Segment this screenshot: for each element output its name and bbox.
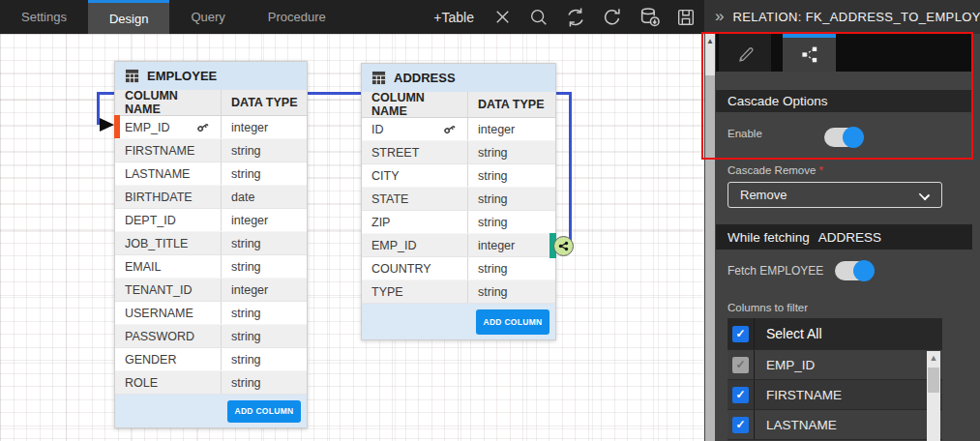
table-title-bar[interactable]: EMPLOYEE [115,62,307,90]
select-all-checkbox[interactable]: ✓ [732,326,749,342]
column-name-cell: EMAIL [115,260,221,274]
tab-edit[interactable] [719,34,771,72]
column-checkbox[interactable]: ✓ [732,357,749,373]
cascade-remove-label: Cascade Remove* [728,164,823,176]
table-row[interactable]: GENDERstring [115,348,307,371]
column-name-cell: BIRTHDATE [115,191,221,204]
data-type-cell: string [221,162,307,185]
table-row[interactable]: BIRTHDATEdate [115,186,307,209]
data-type-cell: string [467,257,555,279]
cascade-remove-select[interactable]: Remove [728,182,942,208]
table-row[interactable]: STATEstring [362,188,555,211]
database-export-icon[interactable] [638,0,661,34]
table-row[interactable]: CITYstring [362,164,555,188]
data-type-cell: string [221,302,307,324]
enable-toggle[interactable] [824,128,863,147]
table-title-bar[interactable]: ADDRESS [362,64,555,92]
column-checkbox[interactable]: ✓ [732,417,749,433]
column-label: FIRSTNAME [766,388,842,402]
table-footer: ADD COLUMN [115,395,307,427]
filter-column-row[interactable]: ✓EMP_ID [728,350,942,380]
add-table-button[interactable]: +Table [424,0,484,34]
table-row[interactable]: USERNAMEstring [115,302,307,325]
sync-icon[interactable] [564,0,587,34]
table-row[interactable]: EMP_IDinteger [362,234,555,257]
table-name: EMPLOYEE [147,69,217,83]
table-column-headers: COLUMN NAME DATA TYPE [115,90,307,116]
data-type-cell: string [221,232,307,254]
data-type-cell: string [467,211,555,233]
columns-filter-list: ✓ Select All ✓EMP_ID✓FIRSTNAME✓LASTNAME [728,318,942,441]
table-row[interactable]: TYPEstring [362,280,555,304]
add-column-button[interactable]: ADD COLUMN [227,400,301,423]
panel-scrollbar[interactable]: ▲ [705,34,715,441]
tab-query[interactable]: Query [169,0,246,34]
columns-filter-items: ✓EMP_ID✓FIRSTNAME✓LASTNAME [728,350,942,440]
data-type-cell: string [221,348,307,370]
table-row[interactable]: FIRSTNAMEstring [115,139,307,162]
data-type-cell: integer [467,118,555,140]
column-name-cell: COUNTRY [362,262,467,276]
table-employee[interactable]: EMPLOYEE COLUMN NAME DATA TYPE EMP_IDint… [114,61,308,428]
relation-connector-icon[interactable] [553,236,574,256]
fetching-table-name: ADDRESS [818,230,881,245]
while-fetching-header: While fetching ADDRESS [716,224,972,250]
toggle-knob [853,260,875,281]
table-row[interactable]: JOB_TITLEstring [115,232,307,255]
close-icon[interactable] [490,0,514,34]
data-type-cell: integer [221,116,307,138]
select-all-row[interactable]: ✓ Select All [728,318,942,350]
data-type-cell: string [221,325,307,347]
table-row[interactable]: DEPT_IDinteger [115,209,307,232]
table-row[interactable]: STREETstring [362,141,555,164]
table-column-headers: COLUMN NAME DATA TYPE [362,92,555,118]
add-column-button[interactable]: ADD COLUMN [476,309,549,335]
search-icon[interactable] [527,0,550,34]
column-name-cell: TYPE [362,285,467,299]
data-type-cell: string [467,141,555,163]
column-name-cell: ZIP [362,216,467,229]
tab-relation[interactable] [783,34,836,72]
column-checkbox[interactable]: ✓ [732,387,749,403]
save-icon[interactable] [674,0,698,34]
filter-column-row[interactable]: ✓LASTNAME [728,410,942,440]
table-row[interactable]: ROLEstring [115,371,307,395]
table-row[interactable]: IDinteger [362,118,555,141]
table-row[interactable]: LASTNAMEstring [115,162,307,186]
table-row[interactable]: EMAILstring [115,255,307,279]
fetch-employee-toggle[interactable] [835,261,874,280]
table-rows: IDintegerSTREETstringCITYstringSTATEstri… [362,118,555,304]
data-type-cell: integer [221,209,307,231]
design-canvas[interactable]: EMPLOYEE COLUMN NAME DATA TYPE EMP_IDint… [0,34,704,441]
checkbox-cell: ✓ [728,318,755,349]
scroll-up-icon[interactable]: ▲ [705,37,715,45]
tab-settings[interactable]: Settings [0,0,88,34]
fetch-employee-label: Fetch EMPLOYEE [728,264,823,278]
list-scrollbar[interactable]: ▲ [927,351,940,441]
filter-column-row[interactable]: ✓FIRSTNAME [728,380,942,410]
table-row[interactable]: EMP_IDinteger [115,116,307,139]
data-type-cell: string [221,371,307,394]
table-row[interactable]: ZIPstring [362,211,555,234]
scrollbar-thumb[interactable] [705,75,715,441]
table-grid-icon [125,69,139,83]
redo-icon[interactable] [601,0,624,34]
table-row[interactable]: TENANT_IDinteger [115,279,307,302]
table-row[interactable]: PASSWORDstring [115,325,307,348]
data-type-header: DATA TYPE [221,90,307,115]
data-type-cell: date [221,186,307,208]
column-name-header: COLUMN NAME [115,89,221,116]
toolbar-spacer [347,0,425,34]
scrollbar-thumb[interactable] [928,368,939,393]
tab-design[interactable]: Design [88,0,169,34]
table-row[interactable]: COUNTRYstring [362,257,555,280]
scroll-up-icon[interactable]: ▲ [927,353,940,363]
data-type-cell: string [221,255,307,278]
table-address[interactable]: ADDRESS COLUMN NAME DATA TYPE IDintegerS… [361,63,556,340]
selected-option: Remove [740,188,787,202]
column-name-cell: ROLE [115,376,221,390]
collapse-panel-icon[interactable]: » [704,7,732,28]
column-name-cell: JOB_TITLE [115,237,221,250]
tab-procedure[interactable]: Procedure [247,0,347,34]
data-type-cell: string [467,164,555,187]
